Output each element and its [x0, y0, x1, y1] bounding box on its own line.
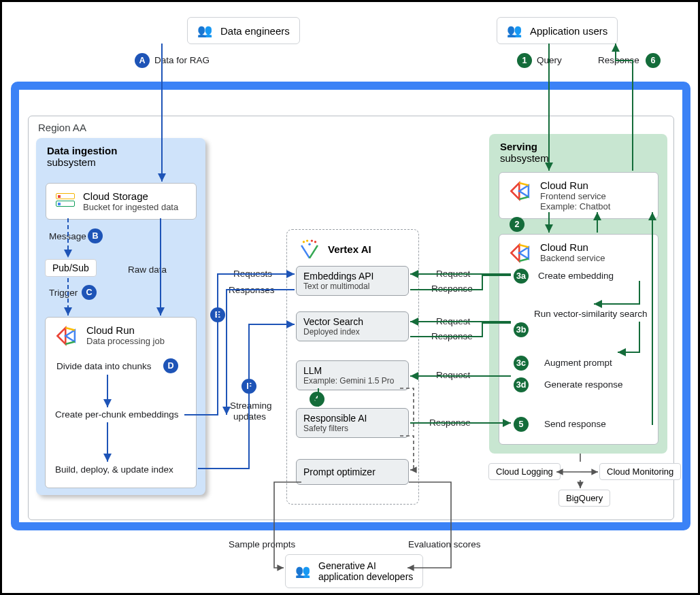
badge-6: 6	[646, 53, 661, 68]
actor-data-engineers: Data engineers	[187, 17, 300, 44]
svc-title: BigQuery	[566, 493, 603, 503]
cloud-run-ingest-card: Cloud Run Data processing job	[45, 317, 197, 488]
actor-label: Generative AI	[318, 560, 413, 571]
vertex-ai-header: Vertex AI	[298, 237, 371, 260]
svc-title: Cloud Run	[86, 324, 165, 336]
step-3c: Augment prompt	[544, 358, 612, 368]
label-request-emb: Request	[436, 269, 470, 279]
region-label: Region AA	[38, 122, 86, 133]
badge-B: B	[88, 228, 103, 243]
badge-4: 4	[310, 392, 324, 407]
svc-sub2: Example: Chatbot	[540, 201, 610, 211]
label-request-llm: Request	[436, 370, 470, 380]
svc-sub: Bucket for ingested data	[83, 202, 178, 212]
actor-app-users: Application users	[497, 17, 618, 44]
vector-search-card: Vector Search Deployed index	[296, 311, 409, 341]
badge-E: E	[210, 307, 225, 322]
badge-F: F	[241, 379, 256, 394]
llm-card: LLM Example: Gemini 1.5 Pro	[296, 360, 409, 390]
svc-title: Pub/Sub	[52, 262, 89, 273]
cloud-run-backend-card: Cloud Run Backend service	[499, 234, 659, 445]
people-icon	[197, 23, 212, 38]
svg-point-0	[303, 241, 305, 243]
actor-label: Data engineers	[220, 25, 290, 37]
label-sample-prompts: Sample prompts	[229, 539, 295, 549]
cloud-run-icon	[55, 324, 78, 347]
actor-label: Application users	[530, 25, 607, 37]
svc-title: Cloud Run	[540, 241, 605, 253]
step-5: Send response	[544, 419, 606, 429]
serving-title: Servingsubsystem	[500, 141, 549, 164]
svc-title: Cloud Storage	[83, 190, 178, 202]
step-vs-search: Run vector-similarity search	[534, 309, 648, 319]
svc-title: Cloud Run	[540, 180, 610, 191]
svg-point-2	[311, 239, 313, 241]
label-response: Response	[598, 55, 639, 65]
svc-title: Cloud Logging	[496, 466, 553, 477]
svc-sub: Text or multimodal	[303, 282, 401, 291]
label-query: Query	[537, 55, 562, 65]
vertex-title: Vertex AI	[328, 243, 371, 255]
cloud-monitoring-card: Cloud Monitoring	[599, 463, 681, 480]
badge-1: 1	[517, 53, 532, 68]
svc-sub: Frontend service	[540, 191, 610, 201]
bigquery-card: BigQuery	[559, 490, 610, 507]
svc-title: Embeddings API	[303, 271, 401, 282]
cloud-run-icon	[509, 180, 532, 203]
cloud-logging-card: Cloud Logging	[488, 463, 561, 480]
svc-title: LLM	[303, 365, 401, 376]
badge-5: 5	[514, 417, 529, 432]
ingestion-title: Data ingestionsubsystem	[47, 145, 117, 168]
svc-title: Vector Search	[303, 316, 401, 327]
cloud-run-frontend-card: Cloud Run Frontend service Example: Chat…	[499, 172, 659, 219]
label-raw-data: Raw data	[128, 265, 167, 275]
actor-gen-ai-devs: Generative AI application developers	[285, 554, 423, 588]
people-icon	[507, 23, 522, 38]
label-message: Message	[49, 231, 86, 241]
svc-sub: Backend service	[540, 253, 605, 263]
actor-label2: application developers	[318, 571, 413, 582]
badge-3a: 3a	[514, 269, 529, 284]
badge-3c: 3c	[514, 356, 529, 371]
label-response-rai: Response	[429, 418, 471, 428]
google-cloud-label: Google Cloud	[33, 88, 127, 106]
vertex-ai-icon	[298, 237, 321, 260]
cloud-storage-card: Cloud Storage Bucket for ingested data	[46, 183, 197, 220]
responsible-ai-card: Responsible AI Safety filters	[296, 408, 409, 438]
people-icon	[295, 564, 310, 579]
label-updates: updates	[233, 411, 266, 422]
prompt-optimizer-card: Prompt optimizer	[296, 459, 409, 485]
embeddings-api-card: Embeddings API Text or multimodal	[296, 266, 409, 296]
label-responses: Responses	[229, 285, 275, 295]
cloud-storage-icon	[56, 190, 75, 209]
badge-3b: 3b	[514, 322, 529, 337]
svc-sub: Example: Gemini 1.5 Pro	[303, 376, 401, 386]
label-streaming: Streaming	[230, 401, 272, 411]
step-embeddings: Create per-chunk embeddings	[55, 409, 179, 420]
svg-point-3	[314, 241, 316, 243]
badge-3d: 3d	[514, 377, 529, 392]
svc-sub: Deployed index	[303, 327, 401, 337]
badge-A: A	[135, 53, 150, 68]
badge-C: C	[82, 285, 97, 300]
label-response-vec: Response	[431, 331, 473, 341]
label-trigger: Trigger	[49, 288, 78, 298]
label-requests: Requests	[233, 269, 272, 279]
svc-sub: Data processing job	[86, 336, 165, 346]
svg-point-1	[306, 239, 308, 241]
step-divide: Divide data into chunks	[56, 361, 152, 371]
step-index: Build, deploy, & update index	[55, 464, 173, 475]
step-3d: Generate response	[544, 379, 623, 390]
svc-title: Prompt optimizer	[303, 466, 401, 477]
badge-D: D	[163, 358, 178, 373]
cloud-run-icon	[509, 241, 532, 265]
label-eval-scores: Evaluation scores	[408, 539, 481, 549]
label-request-vec: Request	[436, 316, 470, 326]
step-3a: Create embedding	[538, 271, 614, 281]
svc-title: Responsible AI	[303, 413, 401, 424]
pubsub-card: Pub/Sub	[45, 259, 97, 277]
label-response-emb: Response	[431, 284, 473, 294]
svc-title: Cloud Monitoring	[607, 466, 673, 477]
badge-2: 2	[510, 217, 524, 232]
svc-sub: Safety filters	[303, 424, 401, 433]
